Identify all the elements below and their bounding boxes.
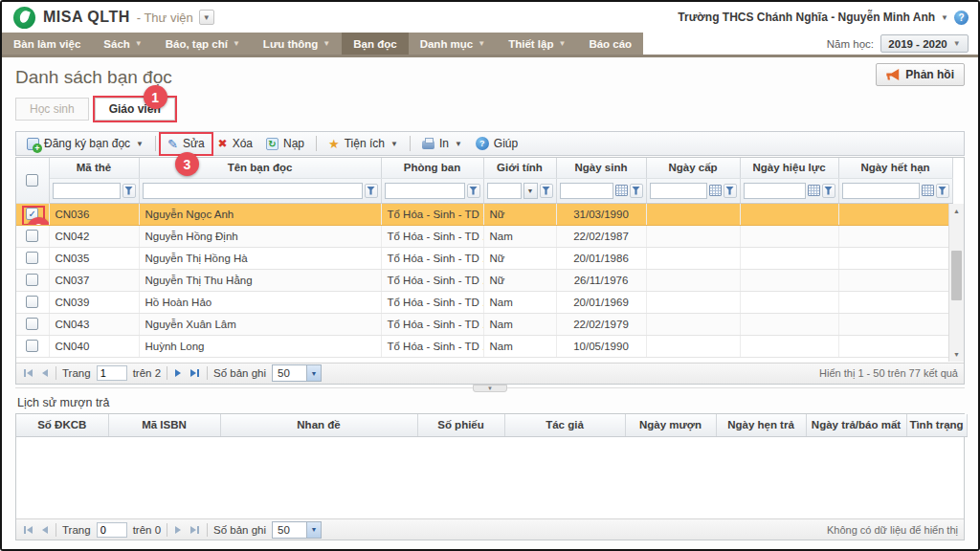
first-page-button[interactable] <box>22 369 34 377</box>
scrollbar-thumb[interactable] <box>951 251 962 300</box>
filter-funnel-icon[interactable] <box>724 184 737 198</box>
filter-funnel-icon[interactable] <box>630 184 643 198</box>
reload-button[interactable]: ↻ Nạp <box>261 135 309 152</box>
table-row[interactable]: ✓ CN043Nguyễn Xuân LâmTổ Hóa - Sinh - TD… <box>16 313 952 335</box>
register-reader-button[interactable]: Đăng ký bạn đọc ▼ <box>22 135 148 152</box>
school-year-select[interactable]: 2019 - 2020 ▼ <box>880 34 969 53</box>
main-menu: Bàn làm việc Sách▼ Báo, tạp chí▼ Lưu thô… <box>2 33 643 55</box>
calendar-icon[interactable] <box>615 185 628 196</box>
print-button[interactable]: In ▼ <box>417 135 467 152</box>
table-row[interactable]: ✓ CN037Nguyễn Thị Thu HằngTổ Hóa - Sinh … <box>16 269 952 291</box>
filter-funnel-icon[interactable] <box>936 184 949 198</box>
tab-hoc-sinh[interactable]: Học sinh <box>15 98 89 121</box>
last-page-button[interactable] <box>189 526 201 534</box>
calendar-icon[interactable] <box>922 185 934 196</box>
row-checkbox[interactable]: ✓ <box>26 318 38 330</box>
row-checkbox[interactable]: ✓ <box>26 296 38 308</box>
select-all-checkbox[interactable]: ✓ <box>26 174 38 187</box>
filter-ngay-sinh-input[interactable] <box>560 183 613 199</box>
filter-funnel-icon[interactable] <box>822 184 835 198</box>
module-dropdown-button[interactable]: ▼ <box>199 10 214 25</box>
col-gioi-tinh[interactable]: Giới tính <box>483 158 556 178</box>
page-number-input[interactable] <box>97 365 127 381</box>
col-ma-the[interactable]: Mã thẻ <box>49 158 139 178</box>
tab-giao-vien[interactable]: Giáo viên 1 <box>95 98 175 121</box>
help-icon[interactable]: ? <box>954 11 969 25</box>
page-size-select[interactable]: 50 ▼ <box>272 521 322 539</box>
utilities-button[interactable]: ★ Tiện ích ▼ <box>323 135 403 152</box>
calendar-icon[interactable] <box>808 185 820 196</box>
col-tinh-trang[interactable]: Tình trạng <box>906 414 967 437</box>
page-number-input[interactable] <box>97 522 127 538</box>
filter-funnel-icon[interactable] <box>122 184 136 198</box>
last-page-button[interactable] <box>189 369 201 377</box>
splitter-handle[interactable]: ▼ <box>473 385 507 392</box>
prev-page-button[interactable] <box>40 369 50 377</box>
filter-ngay-het-han-input[interactable] <box>842 183 920 199</box>
col-ngay-cap[interactable]: Ngày cấp <box>646 158 740 178</box>
first-page-button[interactable] <box>22 526 34 534</box>
menu-item-bao-tap-chi[interactable]: Báo, tạp chí▼ <box>154 33 252 55</box>
prev-page-button[interactable] <box>40 526 50 534</box>
row-checkbox[interactable]: ✓ <box>26 340 38 352</box>
menu-item-ban-doc[interactable]: Bạn đọc <box>342 33 408 55</box>
menu-item-luu-thong[interactable]: Lưu thông▼ <box>252 33 342 55</box>
filter-funnel-icon[interactable] <box>540 184 553 198</box>
panel-splitter[interactable]: ▼ <box>15 385 965 393</box>
menu-item-thiet-lap[interactable]: Thiết lập▼ <box>497 33 577 55</box>
dropdown-icon[interactable]: ▼ <box>523 183 538 199</box>
filter-ten-ban-doc-input[interactable] <box>143 183 363 199</box>
user-school-name[interactable]: Trường THCS Chánh Nghĩa - Nguyễn Minh An… <box>678 11 935 24</box>
feedback-button[interactable]: Phản hồi <box>876 63 965 86</box>
filter-ngay-cap-input[interactable] <box>650 183 707 199</box>
col-phong-ban[interactable]: Phòng ban <box>381 158 483 178</box>
col-ngay-sinh[interactable]: Ngày sinh <box>556 158 646 178</box>
delete-button[interactable]: ✖ Xóa <box>213 135 257 152</box>
next-page-icon <box>175 369 181 377</box>
filter-funnel-icon[interactable] <box>467 184 480 198</box>
col-ten-ban-doc[interactable]: Tên bạn đọc <box>139 158 381 178</box>
page-size-select[interactable]: 50 ▼ <box>272 364 322 382</box>
filter-ngay-hieu-luc-input[interactable] <box>744 183 806 199</box>
table-row[interactable]: ✓ CN035Nguyễn Thị Hồng HàTổ Hóa - Sinh -… <box>16 247 952 269</box>
table-row[interactable]: ✓ 2 CN036Nguyễn Ngọc AnhTổ Hóa - Sinh - … <box>16 203 952 225</box>
row-checkbox[interactable]: ✓ <box>26 252 38 264</box>
table-row[interactable]: ✓ CN039Hồ Hoàn HảoTổ Hóa - Sinh - TD ...… <box>16 291 952 313</box>
col-ngay-tra-bao-mat[interactable]: Ngày trả/báo mất <box>806 414 906 437</box>
filter-phong-ban-input[interactable] <box>385 183 465 199</box>
help-button[interactable]: ? Giúp <box>471 135 523 152</box>
next-page-button[interactable] <box>173 369 183 377</box>
vertical-scrollbar[interactable]: ▲ ▼ <box>948 204 964 362</box>
prev-page-icon <box>42 526 48 534</box>
toolbar-separator <box>410 136 411 151</box>
scroll-up-icon[interactable]: ▲ <box>949 204 964 217</box>
user-chevron-down-icon[interactable]: ▼ <box>941 13 948 22</box>
row-checkbox[interactable]: ✓ <box>26 208 38 220</box>
filter-funnel-icon[interactable] <box>365 184 378 198</box>
filter-gioi-tinh-input[interactable] <box>487 183 522 199</box>
table-row[interactable]: ✓ CN040Huỳnh LongTổ Hóa - Sinh - TD ...N… <box>16 335 952 357</box>
scroll-down-icon[interactable]: ▼ <box>949 348 964 362</box>
menu-item-ban-lam-viec[interactable]: Bàn làm việc <box>2 33 92 55</box>
filter-ma-the-input[interactable] <box>53 183 121 199</box>
menu-item-sach[interactable]: Sách▼ <box>92 33 153 55</box>
table-row[interactable]: ✓ CN042Nguyễn Hồng ĐịnhTổ Hóa - Sinh - T… <box>16 225 952 247</box>
brand-title: MISA QLTH <box>43 9 130 26</box>
col-so-phieu[interactable]: Số phiếu <box>417 414 504 437</box>
calendar-icon[interactable] <box>709 185 722 196</box>
col-ma-isbn[interactable]: Mã ISBN <box>108 414 220 437</box>
row-checkbox[interactable]: ✓ <box>26 274 38 286</box>
col-so-dkcb[interactable]: Số ĐKCB <box>16 414 108 437</box>
col-ngay-het-han[interactable]: Ngày hết hạn <box>838 158 952 178</box>
next-page-button[interactable] <box>173 526 183 534</box>
col-ngay-hen-tra[interactable]: Ngày hẹn trả <box>716 414 806 437</box>
menu-item-bao-cao[interactable]: Báo cáo <box>577 33 643 55</box>
col-tac-gia[interactable]: Tác giả <box>504 414 625 437</box>
col-ngay-hieu-luc[interactable]: Ngày hiệu lực <box>740 158 838 178</box>
row-checkbox[interactable]: ✓ <box>26 230 38 242</box>
edit-button[interactable]: ✎ Sửa 3 <box>163 135 210 152</box>
col-nhan-de[interactable]: Nhan đề <box>220 414 417 437</box>
menu-item-danh-muc[interactable]: Danh mục▼ <box>409 33 498 55</box>
col-ngay-muon[interactable]: Ngày mượn <box>625 414 716 437</box>
readers-pager: Trang trên 2 Số bản ghi 50 ▼ Hiển thị 1 … <box>16 363 964 384</box>
